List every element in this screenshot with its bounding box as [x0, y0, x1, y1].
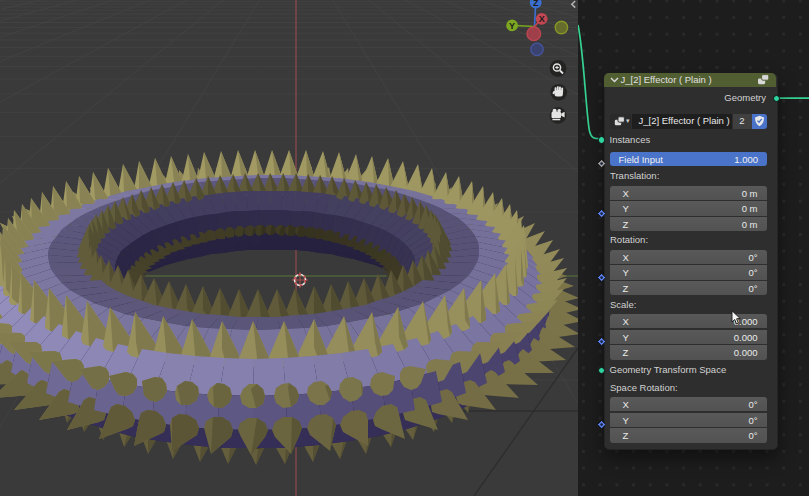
svg-text:Y: Y [509, 21, 515, 31]
svg-text:Z: Z [533, 0, 539, 8]
svg-text:X: X [539, 14, 545, 24]
